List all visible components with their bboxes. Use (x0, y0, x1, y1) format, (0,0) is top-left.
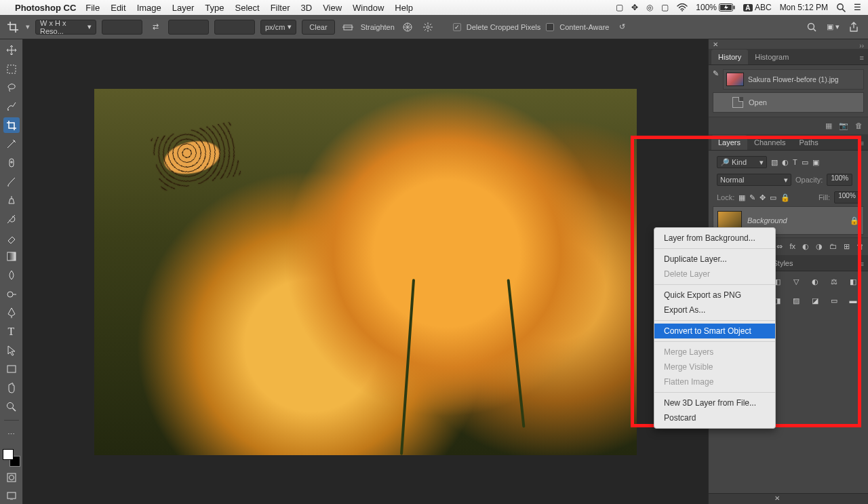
path-select-tool[interactable] (3, 343, 20, 359)
new-group-icon[interactable]: 🗀 (829, 242, 837, 251)
panel-menu-icon[interactable]: ≡ (856, 51, 868, 64)
adj-colorbal-icon[interactable]: ⚖ (828, 275, 840, 288)
ctx-postcard[interactable]: Postcard (654, 410, 775, 425)
new-fill-adjust-icon[interactable]: ◑ (816, 242, 823, 251)
menu-select[interactable]: Select (235, 3, 259, 13)
menu-help[interactable]: Help (395, 3, 413, 13)
layer-filter-kind[interactable]: 🔎Kind▾ (717, 156, 767, 168)
crop-options-gear-icon[interactable] (420, 20, 435, 35)
filter-shape-icon[interactable]: ▭ (802, 158, 808, 167)
adj-threshold-icon[interactable]: ◪ (809, 294, 821, 307)
menu-image[interactable]: Image (137, 3, 161, 13)
clone-stamp-tool[interactable] (3, 192, 20, 208)
clock[interactable]: Mon 5:12 PM (780, 3, 828, 12)
filter-type-icon[interactable]: T (793, 158, 797, 166)
color-swatches[interactable] (3, 449, 20, 467)
menu-edit[interactable]: Edit (111, 3, 125, 13)
tab-channels[interactable]: Channels (747, 135, 792, 150)
delete-state-icon[interactable]: 🗑 (855, 121, 863, 130)
ctx-quick-export-png[interactable]: Quick Export as PNG (654, 288, 775, 303)
crop-height-input[interactable] (168, 20, 209, 35)
crop-overlay-icon[interactable] (400, 20, 415, 35)
mask-icon[interactable]: ◐ (802, 242, 809, 251)
menu-type[interactable]: Type (205, 3, 224, 13)
spotlight-icon[interactable] (836, 3, 846, 12)
rectangle-tool[interactable] (3, 361, 20, 377)
adj-bw-icon[interactable]: ◧ (847, 275, 859, 288)
crop-resolution-input[interactable] (214, 20, 255, 35)
menu-view[interactable]: View (323, 3, 342, 13)
filter-smart-icon[interactable]: ▣ (812, 158, 819, 167)
clear-button[interactable]: Clear (302, 20, 334, 35)
eyedropper-tool[interactable] (3, 136, 20, 152)
lasso-tool[interactable] (3, 79, 20, 96)
status-box-icon[interactable]: ▢ (616, 3, 623, 12)
lock-position-icon[interactable]: ✥ (760, 193, 766, 202)
history-brush-tool[interactable] (3, 211, 20, 227)
tab-paths[interactable]: Paths (793, 135, 825, 150)
filter-pixel-icon[interactable]: ▧ (771, 158, 778, 167)
move-tool[interactable] (3, 42, 20, 58)
crop-tool-icon[interactable] (5, 20, 20, 35)
delete-cropped-checkbox[interactable]: ✓ (453, 23, 461, 31)
tab-layers[interactable]: Layers (711, 135, 747, 150)
dropbox-icon[interactable]: ✥ (631, 3, 638, 12)
screen-mode-icon[interactable]: ▣ ▾ (827, 22, 840, 31)
adj-vibrance-icon[interactable]: ▽ (790, 275, 802, 288)
filter-adjust-icon[interactable]: ◐ (782, 158, 789, 167)
new-layer-icon[interactable]: ⊞ (844, 242, 850, 251)
wifi-icon[interactable] (677, 3, 688, 12)
ctx-export-as[interactable]: Export As... (654, 303, 775, 317)
crop-tool[interactable] (3, 117, 20, 134)
new-snapshot-icon[interactable]: 📷 (839, 121, 848, 130)
crop-preset-dropdown[interactable]: W x H x Reso...▾ (35, 20, 96, 35)
type-tool[interactable]: T (3, 324, 20, 340)
lock-paint-icon[interactable]: ✎ (749, 193, 755, 202)
history-step-open[interactable]: Open (713, 92, 864, 113)
adj-hue-icon[interactable]: ◐ (809, 275, 821, 288)
brush-tool[interactable] (3, 174, 20, 190)
hand-tool[interactable] (3, 380, 20, 396)
canvas-area[interactable] (23, 39, 708, 504)
search-icon[interactable] (806, 22, 817, 33)
menu-window[interactable]: Window (353, 3, 384, 13)
document-image[interactable] (94, 89, 637, 455)
gradient-tool[interactable] (3, 248, 20, 265)
menu-extras-icon[interactable]: ☰ (854, 3, 861, 12)
crop-unit-dropdown[interactable]: px/cm▾ (260, 20, 296, 35)
menu-layer[interactable]: Layer (172, 3, 195, 13)
adj-selective-color-icon[interactable]: ▭ (828, 294, 840, 307)
ctx-new-3d-layer[interactable]: New 3D Layer from File... (654, 395, 775, 410)
delete-layer-icon[interactable]: 🗑 (856, 242, 864, 251)
history-source-row[interactable]: Sakura Flower-before (1).jpg (723, 69, 864, 90)
tab-history[interactable]: History (711, 50, 748, 64)
tool-preset-chevron-icon[interactable]: ▾ (26, 22, 30, 31)
crop-width-input[interactable] (102, 20, 142, 35)
quick-select-tool[interactable] (3, 98, 20, 115)
content-aware-checkbox[interactable] (546, 23, 554, 31)
menu-3d[interactable]: 3D (301, 3, 313, 13)
swap-dimensions-icon[interactable]: ⇄ (148, 20, 163, 35)
panel-collapse-icon[interactable]: ›› (859, 42, 864, 50)
fx-icon[interactable]: fx (789, 242, 795, 251)
airplay-icon[interactable]: ▢ (661, 3, 669, 12)
app-name[interactable]: Photoshop CC (15, 3, 76, 13)
reset-crop-icon[interactable]: ↺ (614, 20, 629, 35)
panel-menu-icon[interactable]: ≡ (856, 257, 868, 271)
blend-mode-dropdown[interactable]: Normal▾ (717, 174, 791, 186)
opacity-input[interactable]: 100% (827, 174, 852, 186)
adj-gradient-map-icon[interactable]: ▬ (847, 294, 859, 307)
menu-file[interactable]: File (85, 3, 100, 13)
quickmask-icon[interactable] (3, 469, 20, 486)
menu-filter[interactable]: Filter (271, 3, 290, 13)
healing-brush-tool[interactable] (3, 155, 20, 171)
blur-tool[interactable] (3, 267, 20, 284)
share-icon[interactable] (849, 22, 859, 33)
bottom-close-icon[interactable]: ✕ (774, 495, 780, 502)
history-brush-source-icon[interactable]: ✎ (713, 69, 719, 78)
input-source[interactable]: A ABC (743, 3, 771, 12)
panel-menu-icon[interactable]: ≡ (856, 136, 868, 150)
pen-tool[interactable] (3, 305, 20, 321)
straighten-icon[interactable] (340, 20, 355, 35)
panel-close-icon[interactable]: ✕ (713, 41, 718, 48)
